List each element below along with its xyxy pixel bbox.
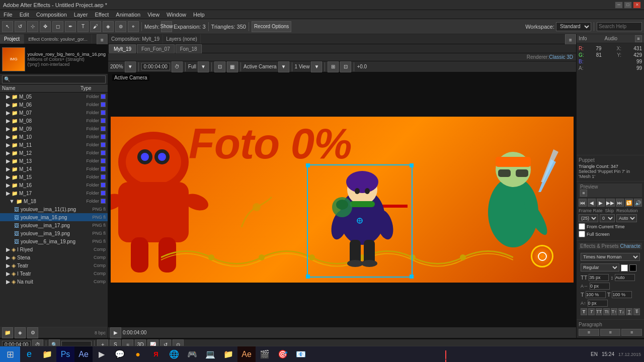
list-item[interactable]: 🖼 youlove__6_ima_19.pngPNG fi [0,237,108,245]
last-frame-btn[interactable]: ⏭ [616,199,624,207]
project-tab[interactable]: Project [0,34,24,44]
hscale-input[interactable] [586,291,606,298]
skip-select[interactable]: 0 [600,214,615,222]
align-left-btn[interactable]: ≡ [579,329,599,336]
panel-menu-btn[interactable]: ≡ [97,34,108,45]
view-btn[interactable]: ▼ [311,61,322,72]
tool-scale[interactable]: ⊹ [27,21,38,32]
bold-btn[interactable]: T [581,308,587,315]
caps-btn[interactable]: TT [596,308,602,315]
renderer-value[interactable]: Classic 3D [549,54,573,60]
list-item[interactable]: ▶📁 M_07Folder [0,109,108,117]
taskbar-ps[interactable]: Ps [56,346,74,363]
loop-btn[interactable]: 🔁 [625,199,633,207]
minimize-btn[interactable]: ─ [615,2,623,9]
menu-help[interactable]: Help [192,12,206,18]
zoom-btn[interactable]: ▼ [125,61,136,72]
taskbar-safari[interactable]: 🌐 [165,346,183,363]
sub-btn[interactable]: T↓ [618,308,625,315]
char-tab[interactable]: Characte [620,243,640,249]
align-right-btn[interactable]: ≡ [621,329,642,336]
menu-effect[interactable]: Effect [93,12,110,18]
roi-btn[interactable]: ⊡ [214,61,225,72]
taskbar-folder2[interactable]: 📁 [219,346,237,363]
tool-pen[interactable]: ✒ [65,21,76,32]
menu-file[interactable]: File [2,12,14,18]
new-folder-btn[interactable]: 📁 [2,327,13,338]
snap-btn[interactable]: ⊡ [340,61,351,72]
tool-eraser[interactable]: ◈ [103,21,114,32]
menu-animation[interactable]: Animation [114,12,142,18]
tool-puppet[interactable]: ⌖ [128,21,139,32]
list-item[interactable]: ▶◈ StenaComp [0,253,108,261]
list-item[interactable]: ▶◈ TeatrComp [0,261,108,269]
font-size-input[interactable] [589,274,609,281]
res-btn[interactable]: ▼ [198,61,209,72]
menu-view[interactable]: View [146,12,161,18]
list-item[interactable]: 🖼 youlove__ima_11(1).pngPNG fi [0,205,108,213]
list-item[interactable]: ▶📁 M_14Folder [0,165,108,173]
preview-menu-btn[interactable]: ≡ [580,190,587,197]
list-item[interactable]: ▶📁 M_17Folder [0,189,108,197]
strike-btn[interactable]: T̶ [633,308,640,315]
list-item[interactable]: ▶📁 M_09Folder [0,125,108,133]
style-select[interactable]: Regular [581,263,619,272]
list-item[interactable]: 🖼 youlove__ima_17.pngPNG fi [0,221,108,229]
from-current-check[interactable] [579,223,585,230]
taskbar-app4[interactable]: 📧 [292,346,310,363]
timecode-menu[interactable]: ⏱ [172,61,183,72]
start-button[interactable]: ⊞ [0,346,20,363]
workspace-select[interactable]: Standard [556,22,591,31]
leading-input[interactable] [615,274,635,281]
comp-menu-btn[interactable]: ≡ [565,34,576,45]
italic-btn[interactable]: T [588,308,595,315]
menu-composition[interactable]: Composition [35,12,68,18]
smallcaps-btn[interactable]: Tt [603,308,610,315]
fps-select[interactable]: (25) [579,214,598,222]
list-item[interactable]: ▶◈ Na nuitComp [0,278,108,286]
tool-brush[interactable]: 🖌 [90,21,101,32]
tab-mylt19[interactable]: Mylt_19 [109,44,136,53]
close-btn[interactable]: ✕ [633,2,641,9]
project-settings-btn[interactable]: ⚙ [27,327,38,338]
align-center-btn[interactable]: ≡ [600,329,621,336]
taskbar-chat[interactable]: 💬 [111,346,129,363]
taskbar-yandex[interactable]: Я [147,346,165,363]
vscale-input[interactable] [612,291,632,298]
list-item[interactable]: ▼📁 M_18Folder [0,197,108,205]
audio-btn[interactable]: 🔊 [634,199,642,207]
show-btn[interactable]: Show [161,21,172,32]
list-item[interactable]: ▶◈ I RiyedComp [0,245,108,253]
project-search-input[interactable] [2,75,106,83]
font-select[interactable]: Times New Roman [581,253,640,261]
new-comp-btn[interactable]: ◈ [15,327,26,338]
list-item[interactable]: ▶📁 M_10Folder [0,133,108,141]
taskbar-media[interactable]: ▶ [93,346,111,363]
stroke-color-swatch[interactable] [629,264,636,272]
taskbar-game[interactable]: 🎮 [183,346,201,363]
res-select[interactable]: Auto [616,214,637,222]
ef-controls-tab[interactable]: Effect Controls: youlovr_gor... [24,34,92,44]
transparency-btn[interactable]: ▦ [227,61,238,72]
playhead[interactable] [445,350,446,359]
prev-frame-btn[interactable]: ◀ [588,199,596,207]
search-help-input[interactable] [597,22,642,31]
next-frame-btn[interactable]: ▶▶ [606,199,615,207]
taskbar-ie[interactable]: e [20,346,38,363]
list-item[interactable]: ▶📁 M_13Folder [0,157,108,165]
tool-rotate[interactable]: ↺ [15,21,26,32]
grid-btn[interactable]: ⊞ [328,61,339,72]
first-frame-btn[interactable]: ⏮ [579,199,587,207]
baseline-input[interactable] [588,300,608,307]
tool-mask[interactable]: ◻ [52,21,63,32]
taskbar-chrome[interactable]: ● [129,346,147,363]
taskbar-app3[interactable]: 🎯 [274,346,292,363]
tab-fon18[interactable]: Fon_18 [176,44,202,53]
tool-text[interactable]: T [77,21,89,32]
list-item[interactable]: ▶◈ I TeatrComp [0,269,108,278]
maximize-btn[interactable]: □ [624,2,632,9]
taskbar-video[interactable]: 🎬 [256,346,274,363]
list-item[interactable]: ▶📁 M_06Folder [0,101,108,109]
tool-arrow[interactable]: ↖ [2,21,13,32]
list-item[interactable]: 🖼 youlove__ima_19.pngPNG fi [0,229,108,237]
